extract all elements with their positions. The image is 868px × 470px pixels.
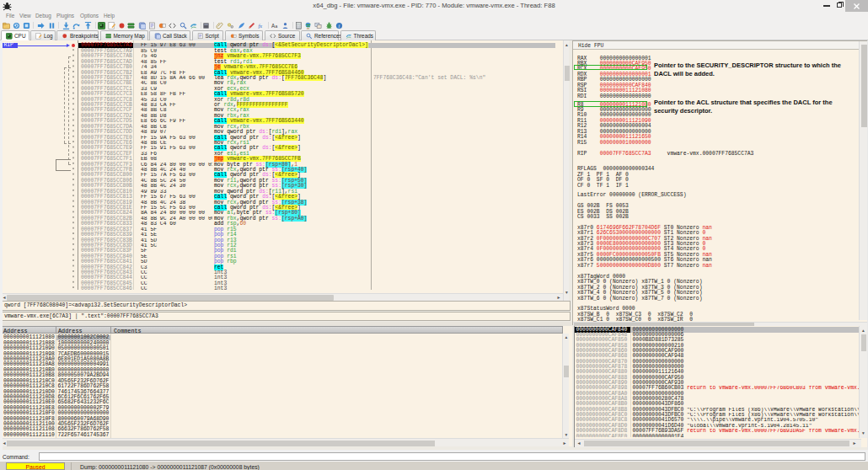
svg-text:a: a [276, 24, 278, 28]
svg-text:fx: fx [258, 22, 262, 28]
